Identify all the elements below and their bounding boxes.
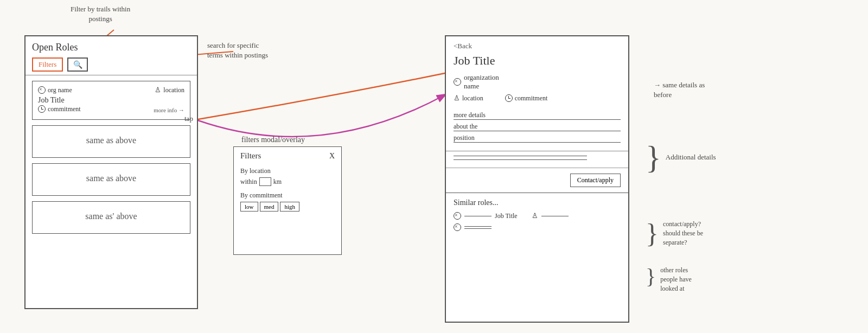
detail-line-1: more details (454, 111, 621, 120)
annotation-additional-details: } Additional details (646, 141, 716, 174)
similar-roles-section: Similar roles... Job Title ♙ (446, 193, 628, 240)
sim-line-1a (464, 216, 492, 216)
similar-org-icon-1 (454, 212, 461, 220)
brace-additional: } (646, 141, 661, 174)
similar-role-2-lines (464, 226, 492, 229)
role-card-2[interactable]: same as above (32, 125, 190, 158)
additional-details-text: Additional details (666, 152, 716, 162)
sim-line-2a (464, 226, 492, 227)
detail-line-2: about the (454, 123, 621, 131)
modal-commitment-title: By commitment (240, 191, 335, 200)
km-row: within km (240, 177, 335, 186)
brace-other-roles: } (646, 266, 656, 287)
detail-header: <Back Job Title organization name ♙ loca… (446, 36, 628, 111)
modal-location-title: By location (240, 167, 335, 175)
annotation-filters-modal: filters modal/overlay (241, 135, 305, 145)
contact-section: Contact/apply (446, 168, 628, 193)
commit-low[interactable]: low (240, 202, 258, 212)
canvas: Filter by trails within postings search … (0, 0, 868, 333)
similar-role-1-lines (464, 216, 492, 216)
annotation-some-details: → same details as before (654, 71, 705, 100)
commitment-icon (38, 105, 46, 113)
modal-commitment-section: By commitment low med high (240, 191, 335, 212)
card-commitment: commitment (38, 105, 81, 113)
role-card-first[interactable]: org name ♙ location Job Title commitment… (32, 81, 190, 120)
divider-1 (454, 156, 587, 156)
back-link[interactable]: <Back (454, 42, 621, 50)
contact-apply-button[interactable]: Contact/apply (570, 174, 621, 187)
commitment-buttons: low med high (240, 202, 335, 212)
screen-left-title: Open Roles (32, 42, 190, 53)
detail-location: ♙ location (454, 94, 483, 103)
km-input[interactable] (259, 177, 271, 186)
location-pin-icon: ♙ (155, 86, 161, 94)
more-details-section: more details about the position (446, 111, 628, 151)
detail-line-3: position (454, 134, 621, 143)
modal-title: Filters (240, 151, 261, 161)
modal-location-section: By location within km (240, 167, 335, 186)
role-card-4[interactable]: same as' above (32, 201, 190, 234)
annotation-tap: tap (184, 114, 193, 124)
detail-pin-icon: ♙ (454, 94, 460, 103)
left-screen-header: Open Roles Filters 🔍 (25, 36, 197, 75)
brace-contact: } (646, 220, 659, 247)
card-job-title: Job Title (38, 96, 184, 105)
filters-modal: Filters X By location within km By commi… (233, 146, 342, 255)
search-icon: 🔍 (73, 60, 82, 69)
commit-high[interactable]: high (280, 202, 299, 212)
some-details-arrow: → (654, 81, 662, 89)
modal-close-button[interactable]: X (329, 152, 335, 161)
similar-title: Similar roles... (454, 198, 621, 207)
org-icon-detail (454, 78, 461, 86)
modal-body: By location within km By commitment low … (234, 164, 341, 220)
similar-role-1-pin-lines (541, 216, 569, 216)
card-org: org name (38, 86, 72, 94)
similar-role-2[interactable] (454, 223, 621, 231)
detail-org: organization name (454, 73, 621, 91)
detail-job-title: Job Title (454, 54, 621, 68)
filters-button[interactable]: Filters (32, 57, 63, 72)
modal-header: Filters X (234, 147, 341, 164)
divider-2 (454, 159, 587, 160)
search-box[interactable]: 🔍 (67, 57, 88, 72)
annotation-filter-by: Filter by trails within postings (71, 4, 130, 24)
commit-med[interactable]: med (260, 202, 279, 212)
detail-commit-icon (505, 94, 513, 102)
detail-location-row: ♙ location commitment (454, 94, 621, 103)
role-card-3[interactable]: same as above (32, 163, 190, 196)
sim-line-pin (541, 216, 569, 216)
card-same-label-3: same as above (38, 168, 184, 189)
annotation-contact-apply: } contact/apply? should these be separat… (646, 220, 703, 247)
sim-line-2b (464, 228, 492, 229)
card-row-bottom: commitment more info → (38, 105, 184, 113)
detail-dividers (446, 151, 628, 168)
filters-bar: Filters 🔍 (32, 57, 190, 72)
similar-org-icon-2 (454, 223, 461, 231)
detail-commitment: commitment (505, 94, 548, 103)
card-same-label-4: same as' above (38, 206, 184, 227)
card-same-label-2: same as above (38, 130, 184, 151)
screen-left: Open Roles Filters 🔍 org name ♙ location (24, 35, 198, 309)
card-more: more info → (154, 107, 184, 113)
similar-pin-icon: ♙ (532, 212, 538, 220)
similar-role-1[interactable]: Job Title ♙ (454, 212, 621, 220)
card-row-top: org name ♙ location (38, 86, 184, 94)
other-roles-text: other roles people have looked at (660, 266, 692, 293)
screen-right: <Back Job Title organization name ♙ loca… (445, 35, 629, 323)
annotation-other-roles: } other roles people have looked at (646, 266, 692, 293)
annotation-search-for: search for specific terms within posting… (207, 41, 268, 60)
org-icon (38, 86, 46, 94)
contact-apply-text: contact/apply? should these be separate? (663, 220, 703, 247)
card-location: ♙ location (155, 86, 184, 94)
